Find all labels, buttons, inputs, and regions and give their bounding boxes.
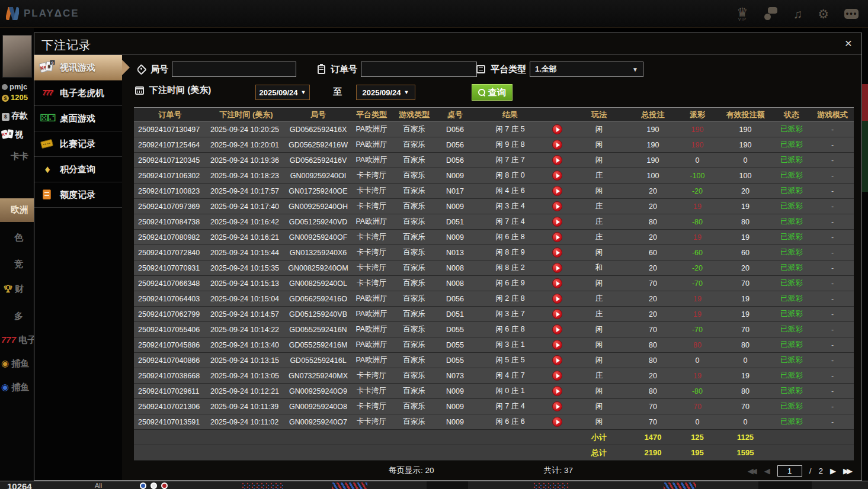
roadmap-stripes <box>664 482 696 489</box>
chat-messages-icon[interactable]: ●●● <box>844 9 859 19</box>
cell-video[interactable] <box>546 230 568 245</box>
cell-bet-time: 2025-09-24 10:15:04 <box>206 291 286 307</box>
order-input[interactable] <box>361 62 477 77</box>
sidebar-item-fishing-blue[interactable]: ◉ 捕鱼 <box>1 382 29 393</box>
cell-video[interactable] <box>546 245 568 260</box>
sidebar-item-europe[interactable]: 欧洲 <box>11 204 28 215</box>
cell-total-bet: 70 <box>630 276 676 291</box>
user-avatar[interactable] <box>2 35 32 78</box>
close-icon[interactable]: × <box>845 37 852 49</box>
cell-bet-time: 2025-09-24 10:17:40 <box>206 199 286 214</box>
cell-video[interactable] <box>546 199 568 214</box>
next-page-button[interactable]: ▶ <box>830 467 836 475</box>
video-play-icon[interactable] <box>552 217 562 227</box>
date-to-select[interactable]: 2025/09/24 ▼ <box>356 85 415 100</box>
cell-bet-time: 2025-09-24 10:15:13 <box>206 276 286 291</box>
cell-game-type: 百家乐 <box>393 168 435 184</box>
video-play-icon[interactable] <box>552 140 562 150</box>
cell-round-id: GN073259240MX <box>286 368 350 384</box>
cell-video[interactable] <box>546 368 568 384</box>
cell-video[interactable] <box>546 184 568 199</box>
cell-video[interactable] <box>546 322 568 337</box>
cell-table-no: D055 <box>435 353 475 368</box>
cell-video[interactable] <box>546 353 568 368</box>
menu-item-slots[interactable]: 777 电子老虎机 <box>34 81 122 106</box>
sidebar-item-jing[interactable]: 竞 <box>14 259 23 270</box>
video-play-icon[interactable] <box>552 355 562 365</box>
settings-gear-icon[interactable]: ⚙ <box>818 8 829 20</box>
cell-video[interactable] <box>546 384 568 399</box>
cell-order-id: 250924107097369 <box>134 199 206 214</box>
cell-valid-bet: 80 <box>719 214 772 230</box>
cell-video[interactable] <box>546 337 568 353</box>
vip-crown-icon[interactable]: ♛VIP <box>737 6 748 21</box>
video-play-icon[interactable] <box>552 324 562 334</box>
sidebar-item-kaka[interactable]: 卡卡 <box>11 151 28 162</box>
cell-video[interactable] <box>546 414 568 430</box>
clipboard-icon <box>318 65 325 74</box>
cell-result: 闲 4 庄 6 <box>475 184 546 199</box>
video-play-icon[interactable] <box>552 386 562 396</box>
cell-table-no: D056 <box>435 291 475 307</box>
video-play-icon[interactable] <box>552 232 562 242</box>
video-play-icon[interactable] <box>552 263 562 273</box>
cell-bet-time: 2025-09-24 10:19:36 <box>206 153 286 168</box>
sidebar-item-slots[interactable]: 777 电子 <box>1 334 34 346</box>
video-play-icon[interactable] <box>552 278 562 288</box>
cell-video[interactable] <box>546 276 568 291</box>
platform-select[interactable]: 1.全部 ▼ <box>530 62 643 77</box>
round-input[interactable] <box>172 62 296 77</box>
cell-video[interactable] <box>546 399 568 414</box>
last-page-button[interactable]: ▶▶ <box>843 467 853 475</box>
menu-item-points-query[interactable]: ♦ 积分查询 <box>34 157 122 182</box>
video-play-icon[interactable] <box>552 371 562 381</box>
cell-video[interactable] <box>546 214 568 230</box>
video-play-icon[interactable] <box>552 186 562 196</box>
sidebar-item-video[interactable]: K♥9视 <box>2 130 23 140</box>
cell-round-id: GN009259240O9 <box>286 384 350 399</box>
cell-video[interactable] <box>546 122 568 137</box>
cell-game-mode: - <box>811 214 854 230</box>
cell-game-type: 百家乐 <box>393 245 435 260</box>
cell-video[interactable] <box>546 153 568 168</box>
cell-video[interactable] <box>546 168 568 184</box>
menu-item-table-games[interactable]: ⚄⚁ 桌面游戏 <box>34 106 122 131</box>
cell-platform: 卡卡湾厅 <box>350 414 393 430</box>
subtotal-payout: 125 <box>676 430 719 445</box>
page-number-input[interactable]: 1 <box>777 465 802 477</box>
video-play-icon[interactable] <box>552 124 562 134</box>
video-play-icon[interactable] <box>552 309 562 319</box>
cell-video[interactable] <box>546 137 568 153</box>
video-play-icon[interactable] <box>552 294 562 304</box>
cell-video[interactable] <box>546 307 568 322</box>
date-from-select[interactable]: 2025/09/24 ▼ <box>255 85 310 100</box>
video-play-icon[interactable] <box>552 155 562 165</box>
sidebar-item-trophy[interactable]: 🏆︎ 财 <box>4 284 24 295</box>
video-play-icon[interactable] <box>552 170 562 181</box>
video-play-icon[interactable] <box>552 201 562 211</box>
first-page-button[interactable]: ◀◀ <box>748 467 757 475</box>
cell-round-id: GD0562592416O <box>286 291 350 307</box>
cell-bet-time: 2025-09-24 10:16:21 <box>206 230 286 245</box>
video-play-icon[interactable] <box>552 247 562 258</box>
menu-item-video-games[interactable]: K♥99 视讯游戏 <box>34 55 122 81</box>
deposit-button[interactable]: $存款 <box>2 111 28 121</box>
video-play-icon[interactable] <box>552 401 562 411</box>
sidebar-item-fishing-gold[interactable]: ◉ 捕鱼 <box>1 358 29 369</box>
music-icon[interactable]: ♫ <box>793 8 802 20</box>
customer-service-icon[interactable] <box>763 7 777 20</box>
sidebar-item-duo[interactable]: 多 <box>14 311 23 322</box>
cell-video[interactable] <box>546 291 568 307</box>
video-play-icon[interactable] <box>552 417 562 427</box>
menu-item-match-records[interactable]: 比赛记录 <box>34 131 122 157</box>
menu-item-quota-records[interactable]: 额度记录 <box>34 182 122 208</box>
search-button[interactable]: 查询 <box>472 84 513 101</box>
sidebar-item-se[interactable]: 色 <box>14 232 23 243</box>
video-play-icon[interactable] <box>552 340 562 350</box>
bet-time-filter-label: 下注时间 (美东) <box>135 85 211 96</box>
table-id-label: 10264 <box>7 481 32 489</box>
cell-game-mode: - <box>811 153 854 168</box>
cell-video[interactable] <box>546 260 568 276</box>
prev-page-button[interactable]: ◀ <box>764 467 770 475</box>
cell-payout: -80 <box>676 384 719 399</box>
